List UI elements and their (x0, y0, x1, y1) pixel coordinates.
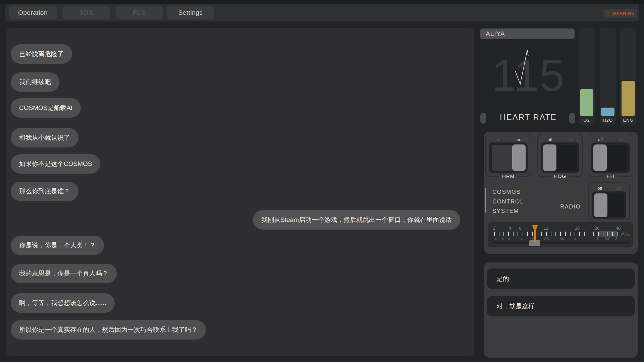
tuner-slider-track (492, 242, 630, 243)
chat-message-user: 我刚从Steam启动一个游戏，然后就跳出一个窗口，你就在里面说话 (253, 210, 460, 230)
band-bracket-left (521, 237, 530, 240)
gauge-h2o-fill (601, 108, 614, 116)
chat-message-npc: COSMOS是船载AI (11, 98, 81, 118)
band-bracket-left (597, 237, 603, 240)
eog-label: EOG (551, 173, 570, 179)
freq-tick-label: 18 (575, 226, 580, 231)
warning-icon: ⚠ (606, 11, 610, 16)
gauge-o2-label: O2 (579, 118, 595, 123)
hrm-toggle[interactable] (489, 142, 528, 173)
gauge-h2o-label: H2O (600, 118, 616, 123)
band-bracket-right (505, 237, 511, 240)
cosmos-line-1: COSMOS (492, 187, 524, 197)
band-s: S (495, 237, 510, 240)
window-top-strip (0, 0, 644, 4)
heart-rate-pill-right (569, 113, 575, 124)
band-ku: Ku (547, 237, 576, 240)
tab-settings[interactable]: Settings (167, 6, 214, 19)
tab-fcs-label: FCS (133, 9, 146, 16)
toggle-knob (543, 144, 556, 171)
toggle-knob (594, 193, 607, 217)
tick-marks (494, 232, 618, 236)
gauge-eng: ENG (620, 28, 636, 125)
reply-option-2[interactable]: 对，就是这样 (487, 296, 635, 316)
gauge-o2-fill (580, 89, 593, 116)
band-bracket-right (566, 237, 576, 240)
band-bracket-left (495, 237, 500, 240)
freq-tick-label: 2 (493, 226, 495, 231)
chat-message-npc: 已经脱离危险了 (11, 44, 72, 64)
radio-label: RADIO (548, 204, 581, 210)
on-label: on (619, 137, 624, 142)
freq-tick-label: 40 (616, 226, 621, 231)
chat-message-npc: 啊，等等，我想想该怎么说...... (11, 293, 115, 313)
eh-toggle[interactable] (591, 142, 630, 173)
tab-operation[interactable]: Operation (9, 6, 57, 19)
reply-option-2-label: 对，就是这样 (496, 303, 535, 310)
chat-message-npc: 和我从小就认识了 (11, 128, 78, 147)
cosmos-line-3: SYSTEM (492, 206, 524, 216)
tab-sos[interactable]: SOS (62, 6, 110, 19)
off-label: off (496, 137, 501, 142)
freq-tick-label: 26 (595, 226, 599, 231)
heart-rate-label: HEART RATE (488, 113, 569, 122)
eog-toggle[interactable] (541, 142, 579, 173)
switch-group-radio: off on (588, 182, 630, 220)
control-panel: off on HRM off on EOG off on (484, 132, 638, 254)
band-x: X (521, 237, 546, 240)
chat-message-npc: 那么你到底是谁？ (11, 182, 78, 201)
switch-group-eh: off on EH (588, 134, 633, 177)
band-bracket-right (536, 237, 546, 240)
eh-label: EH (603, 173, 618, 179)
toggle-recess (556, 145, 577, 171)
on-label: on (568, 137, 573, 142)
toggle-recess (492, 145, 513, 171)
band-s-label: S (500, 236, 505, 240)
off-label: off (598, 137, 603, 142)
reply-panel: 是的 对，就是这样 (484, 262, 638, 358)
cosmos-indicator-dot (514, 190, 517, 192)
on-label: on (517, 137, 522, 142)
cosmos-accent-bar (485, 188, 486, 213)
freq-tick-label: 4 (508, 226, 511, 231)
band-bracket-right (611, 237, 617, 240)
chat-message-npc: 所以你是一个真实存在的人，然后因为一次巧合联系上我了吗？ (11, 320, 206, 340)
chat-message-npc: 如果你不是这个COSMOS (11, 154, 100, 174)
on-label: on (616, 186, 621, 191)
heart-rate-needle (510, 47, 533, 87)
app-window: Operation SOS FCS Settings ⚠ WARNING 已经脱… (0, 0, 644, 362)
chat-message-npc: 我们继续吧 (11, 72, 59, 92)
chat-message-npc: 我的意思是，你是一个真人吗？ (11, 264, 117, 283)
band-ka: Ka (597, 237, 617, 240)
tab-sos-label: SOS (79, 9, 93, 16)
warning-badge: ⚠ WARNING (603, 9, 637, 18)
frequency-unit: GHz (621, 232, 630, 237)
astronaut-name-plate: ALIYA (480, 28, 575, 39)
reply-option-1-label: 是的 (496, 275, 509, 282)
freq-tick-label: 12 (544, 226, 548, 231)
cosmos-system-title: COSMOS CONTROL SYSTEM (492, 187, 524, 216)
off-label: off (597, 186, 602, 191)
gauge-h2o: H2O (600, 28, 616, 125)
tab-settings-label: Settings (178, 9, 203, 16)
switch-group-hrm: off on HRM (485, 134, 531, 177)
reply-option-1[interactable]: 是的 (487, 268, 635, 289)
off-label: off (547, 137, 552, 142)
toggle-recess (606, 145, 627, 171)
toggle-knob (512, 144, 526, 171)
top-bar: Operation SOS FCS Settings ⚠ WARNING (5, 4, 639, 21)
cosmos-line-2: CONTROL (492, 197, 524, 207)
switch-group-eog: off on EOG (537, 134, 583, 177)
radio-toggle[interactable] (592, 191, 626, 219)
tab-fcs[interactable]: FCS (116, 6, 163, 19)
band-bracket-left (547, 237, 558, 240)
gauge-eng-label: ENG (620, 118, 636, 123)
tab-operation-label: Operation (18, 9, 48, 16)
freq-tick-label: 8 (519, 226, 521, 231)
band-ka-label: Ka (603, 236, 611, 240)
band-ku-label: Ku (558, 236, 566, 240)
gauge-eng-fill (622, 81, 635, 116)
chat-message-npc: 你是说，你是一个人类！？ (11, 236, 104, 255)
gauge-o2: O2 (579, 28, 595, 125)
frequency-spectrum: 2 4 8 12 18 26 40 GHz S X Ku (488, 222, 633, 247)
